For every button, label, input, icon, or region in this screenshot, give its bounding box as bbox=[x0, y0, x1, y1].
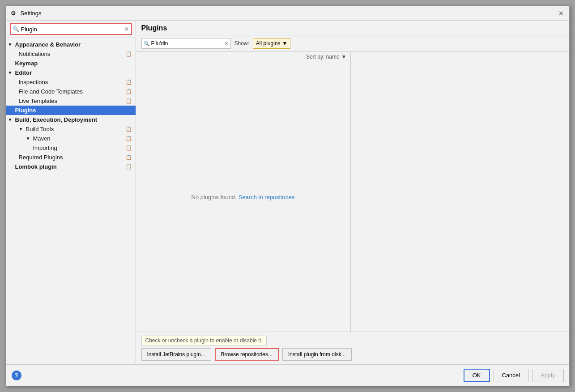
tree-item-build-tools[interactable]: ▼ Build Tools 📋 bbox=[6, 124, 136, 134]
sort-bar: Sort by: name ▼ bbox=[136, 52, 350, 62]
page-icon: 📋 bbox=[126, 79, 132, 85]
right-panel: Plugins 🔍 ✕ Show: All plugins ▼ Sort by:… bbox=[136, 21, 569, 364]
left-panel: 🔍 ✕ ▼ Appearance & Behavior Notification… bbox=[6, 21, 136, 364]
settings-dialog: ⚙ Settings ✕ 🔍 ✕ ▼ Appearance & Behavior bbox=[6, 6, 570, 386]
dialog-body: 🔍 ✕ ▼ Appearance & Behavior Notification… bbox=[6, 21, 569, 364]
page-icon: 📋 bbox=[126, 145, 132, 151]
tree-item-label: Live Templates bbox=[19, 98, 57, 104]
hint-text: Check or uncheck a plugin to enable or d… bbox=[141, 336, 267, 345]
ok-button[interactable]: OK bbox=[464, 369, 490, 382]
tree-item-editor[interactable]: ▼ Editor bbox=[6, 68, 136, 77]
plugin-detail-pane bbox=[351, 52, 569, 332]
tree-item-label: Keymap bbox=[15, 60, 38, 67]
window-title: Settings bbox=[21, 10, 42, 17]
apply-button[interactable]: Apply bbox=[532, 369, 564, 382]
settings-search-input[interactable] bbox=[21, 26, 124, 33]
plugin-empty-area: No plugins found. Search in repositories bbox=[136, 62, 350, 332]
show-label: Show: bbox=[234, 40, 249, 47]
search-box-wrapper: 🔍 ✕ bbox=[6, 21, 136, 38]
plugin-search-input[interactable] bbox=[151, 40, 224, 47]
install-jetbrains-button[interactable]: Install JetBrains plugin... bbox=[141, 348, 211, 361]
settings-search-box[interactable]: 🔍 ✕ bbox=[10, 23, 132, 35]
show-chevron-icon: ▼ bbox=[282, 40, 288, 47]
chevron-icon: ▼ bbox=[8, 70, 13, 75]
cancel-button[interactable]: Cancel bbox=[494, 369, 528, 382]
plugins-content-area: Sort by: name ▼ No plugins found. Search… bbox=[136, 52, 569, 332]
page-icon: 📋 bbox=[126, 164, 132, 170]
tree-item-appearance-behavior[interactable]: ▼ Appearance & Behavior bbox=[6, 40, 136, 49]
tree-item-label: Importing bbox=[33, 145, 57, 151]
tree-item-plugins[interactable]: Plugins bbox=[6, 106, 136, 115]
chevron-icon: ▼ bbox=[19, 127, 24, 132]
footer-left: ? bbox=[12, 371, 21, 380]
sort-chevron-icon: ▼ bbox=[341, 54, 347, 60]
tree-item-file-code-templates[interactable]: File and Code Templates 📋 bbox=[6, 87, 136, 96]
tree-item-notifications[interactable]: Notifications 📋 bbox=[6, 49, 136, 59]
plugins-bottom: Check or uncheck a plugin to enable or d… bbox=[136, 332, 569, 364]
tree-item-label: Build Tools bbox=[26, 126, 54, 132]
tree-item-label: Required Plugins bbox=[19, 154, 63, 161]
title-bar-left: ⚙ Settings bbox=[11, 10, 42, 17]
tree-item-label: Lombok plugin bbox=[15, 163, 57, 170]
tree-item-inspections[interactable]: Inspections 📋 bbox=[6, 77, 136, 87]
install-from-disk-button[interactable]: Install plugin from disk... bbox=[282, 348, 352, 361]
title-bar: ⚙ Settings ✕ bbox=[6, 6, 569, 21]
close-button[interactable]: ✕ bbox=[558, 10, 565, 17]
help-button[interactable]: ? bbox=[12, 371, 21, 380]
tree-item-importing[interactable]: Importing 📋 bbox=[6, 143, 136, 153]
tree-item-maven[interactable]: ▼ Maven 📋 bbox=[6, 134, 136, 143]
tree-item-keymap[interactable]: Keymap bbox=[6, 59, 136, 68]
tree-item-label: Plugins bbox=[15, 107, 36, 114]
plugin-list-pane: Sort by: name ▼ No plugins found. Search… bbox=[136, 52, 351, 332]
plugin-search-clear-icon[interactable]: ✕ bbox=[224, 40, 229, 47]
empty-message: No plugins found. bbox=[192, 194, 237, 200]
tree-item-label: Editor bbox=[15, 69, 32, 76]
plugins-title: Plugins bbox=[136, 21, 569, 35]
plugin-search-icon: 🔍 bbox=[144, 41, 150, 47]
plugin-search-box[interactable]: 🔍 ✕ bbox=[141, 38, 231, 49]
bottom-buttons: Install JetBrains plugin... Browse repos… bbox=[141, 348, 564, 361]
page-icon: 📋 bbox=[126, 51, 132, 57]
settings-tree: ▼ Appearance & Behavior Notifications 📋 … bbox=[6, 38, 136, 364]
tree-item-lombok-plugin[interactable]: Lombok plugin 📋 bbox=[6, 162, 136, 171]
dialog-footer: ? OK Cancel Apply bbox=[6, 364, 569, 386]
page-icon: 📋 bbox=[126, 126, 132, 132]
tree-item-build-execution-deployment[interactable]: ▼ Build, Execution, Deployment bbox=[6, 115, 136, 124]
show-value: All plugins bbox=[256, 40, 281, 47]
tree-item-required-plugins[interactable]: Required Plugins 📋 bbox=[6, 153, 136, 162]
tree-item-label: Appearance & Behavior bbox=[15, 41, 81, 48]
chevron-icon: ▼ bbox=[8, 117, 13, 122]
tree-item-live-templates[interactable]: Live Templates 📋 bbox=[6, 96, 136, 106]
search-clear-icon[interactable]: ✕ bbox=[124, 26, 129, 33]
browse-repositories-button[interactable]: Browse repositories... bbox=[215, 348, 279, 361]
page-icon: 📋 bbox=[126, 136, 132, 141]
chevron-icon: ▼ bbox=[26, 136, 31, 141]
tree-item-label: File and Code Templates bbox=[19, 88, 83, 95]
tree-item-label: Build, Execution, Deployment bbox=[15, 116, 97, 123]
page-icon: 📋 bbox=[126, 98, 132, 104]
plugins-toolbar: 🔍 ✕ Show: All plugins ▼ bbox=[136, 35, 569, 52]
search-in-repositories-link[interactable]: Search in repositories bbox=[239, 194, 295, 200]
sort-label[interactable]: Sort by: name bbox=[306, 54, 340, 60]
show-dropdown[interactable]: All plugins ▼ bbox=[253, 38, 291, 49]
page-icon: 📋 bbox=[126, 154, 132, 160]
tree-item-label: Maven bbox=[33, 135, 51, 142]
search-icon: 🔍 bbox=[13, 26, 19, 32]
chevron-icon: ▼ bbox=[8, 42, 13, 47]
app-logo: ⚙ bbox=[11, 10, 18, 17]
footer-right: OK Cancel Apply bbox=[464, 369, 564, 382]
tree-item-label: Inspections bbox=[19, 79, 48, 85]
page-icon: 📋 bbox=[126, 89, 132, 94]
tree-item-label: Notifications bbox=[19, 51, 51, 57]
